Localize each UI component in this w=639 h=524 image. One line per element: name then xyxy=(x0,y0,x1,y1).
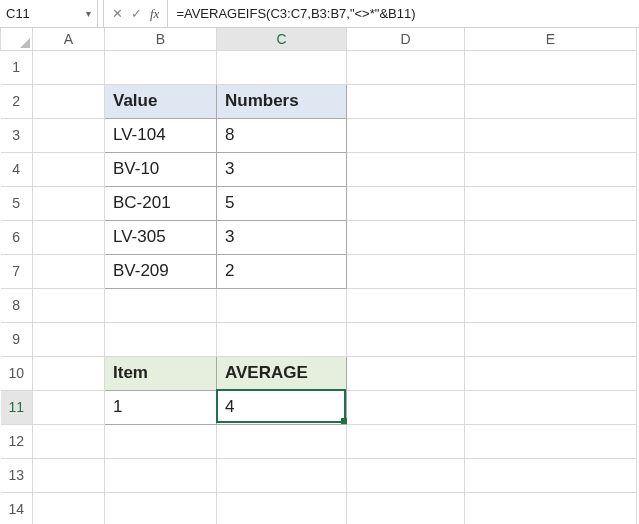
cell[interactable] xyxy=(33,288,105,322)
cell[interactable] xyxy=(465,322,637,356)
col-header-E[interactable]: E xyxy=(465,28,637,50)
cell[interactable] xyxy=(465,288,637,322)
cell[interactable] xyxy=(465,492,637,524)
cell[interactable] xyxy=(465,220,637,254)
cell[interactable] xyxy=(465,458,637,492)
column-headers: A B C D E xyxy=(1,28,637,50)
col-header-D[interactable]: D xyxy=(347,28,465,50)
table1-cell[interactable]: BC-201 xyxy=(105,186,217,220)
cell[interactable] xyxy=(347,458,465,492)
cell[interactable] xyxy=(347,322,465,356)
cell[interactable] xyxy=(105,288,217,322)
col-header-A[interactable]: A xyxy=(33,28,105,50)
row-header[interactable]: 8 xyxy=(1,288,33,322)
cell[interactable] xyxy=(33,254,105,288)
cell[interactable] xyxy=(33,152,105,186)
cell[interactable] xyxy=(33,424,105,458)
cell[interactable] xyxy=(347,424,465,458)
cell[interactable] xyxy=(33,84,105,118)
cell[interactable] xyxy=(465,152,637,186)
table1-cell[interactable]: LV-305 xyxy=(105,220,217,254)
table2-cell-item[interactable]: 1 xyxy=(105,390,217,424)
row-header[interactable]: 13 xyxy=(1,458,33,492)
row-header[interactable]: 1 xyxy=(1,50,33,84)
table1-cell[interactable]: 5 xyxy=(217,186,347,220)
cell[interactable] xyxy=(33,186,105,220)
row-header[interactable]: 5 xyxy=(1,186,33,220)
col-header-C[interactable]: C xyxy=(217,28,347,50)
cell[interactable] xyxy=(33,390,105,424)
cell[interactable] xyxy=(217,50,347,84)
cell[interactable] xyxy=(217,424,347,458)
row-header[interactable]: 12 xyxy=(1,424,33,458)
cell[interactable] xyxy=(347,118,465,152)
select-all-corner[interactable] xyxy=(1,28,33,50)
row-header[interactable]: 7 xyxy=(1,254,33,288)
cell[interactable] xyxy=(347,220,465,254)
table2-header-item[interactable]: Item xyxy=(105,356,217,390)
formula-bar: C11 ▾ ✕ ✓ fx =AVERAGEIFS(C3:C7,B3:B7,"<>… xyxy=(0,0,639,28)
cell[interactable] xyxy=(33,458,105,492)
row-header[interactable]: 4 xyxy=(1,152,33,186)
table1-cell[interactable]: 2 xyxy=(217,254,347,288)
cell[interactable] xyxy=(105,50,217,84)
cell[interactable] xyxy=(105,492,217,524)
table1-cell[interactable]: BV-209 xyxy=(105,254,217,288)
cell[interactable] xyxy=(347,152,465,186)
row-header[interactable]: 2 xyxy=(1,84,33,118)
cell[interactable] xyxy=(347,356,465,390)
cell[interactable] xyxy=(105,424,217,458)
table1-cell[interactable]: 3 xyxy=(217,220,347,254)
table1-cell[interactable]: LV-104 xyxy=(105,118,217,152)
cell[interactable] xyxy=(465,84,637,118)
cell[interactable] xyxy=(465,254,637,288)
table1-cell[interactable]: BV-10 xyxy=(105,152,217,186)
cell[interactable] xyxy=(465,356,637,390)
table1-header-value[interactable]: Value xyxy=(105,84,217,118)
cell[interactable] xyxy=(33,50,105,84)
cell[interactable] xyxy=(347,84,465,118)
cancel-icon[interactable]: ✕ xyxy=(112,6,123,21)
cell[interactable] xyxy=(465,424,637,458)
table1-header-numbers[interactable]: Numbers xyxy=(217,84,347,118)
row-header[interactable]: 11 xyxy=(1,390,33,424)
cell[interactable] xyxy=(465,118,637,152)
name-box-value: C11 xyxy=(6,6,30,21)
cell[interactable] xyxy=(33,118,105,152)
cell[interactable] xyxy=(217,322,347,356)
cell[interactable] xyxy=(347,50,465,84)
cell[interactable] xyxy=(347,390,465,424)
cell[interactable] xyxy=(465,390,637,424)
table1-cell[interactable]: 3 xyxy=(217,152,347,186)
chevron-down-icon[interactable]: ▾ xyxy=(86,8,91,19)
row-header[interactable]: 14 xyxy=(1,492,33,524)
table1-cell[interactable]: 8 xyxy=(217,118,347,152)
cell[interactable] xyxy=(347,254,465,288)
cell[interactable] xyxy=(105,322,217,356)
cell[interactable] xyxy=(33,492,105,524)
cell[interactable] xyxy=(217,458,347,492)
fx-icon[interactable]: fx xyxy=(150,6,159,22)
cell[interactable] xyxy=(105,458,217,492)
name-box[interactable]: C11 ▾ xyxy=(0,0,98,27)
table2-cell-average[interactable]: 4 xyxy=(217,390,347,424)
cell[interactable] xyxy=(33,322,105,356)
cell[interactable] xyxy=(217,492,347,524)
cell[interactable] xyxy=(33,220,105,254)
worksheet[interactable]: A B C D E 1 2 Value Numbers 3 LV-104 8 4… xyxy=(0,28,639,524)
cell[interactable] xyxy=(347,288,465,322)
cell[interactable] xyxy=(347,186,465,220)
cell[interactable] xyxy=(347,492,465,524)
cell[interactable] xyxy=(465,186,637,220)
cell[interactable] xyxy=(217,288,347,322)
formula-input[interactable]: =AVERAGEIFS(C3:C7,B3:B7,"<>*"&B11) xyxy=(168,0,639,27)
table2-header-average[interactable]: AVERAGE xyxy=(217,356,347,390)
enter-icon[interactable]: ✓ xyxy=(131,6,142,21)
row-header[interactable]: 9 xyxy=(1,322,33,356)
col-header-B[interactable]: B xyxy=(105,28,217,50)
row-header[interactable]: 10 xyxy=(1,356,33,390)
row-header[interactable]: 3 xyxy=(1,118,33,152)
cell[interactable] xyxy=(465,50,637,84)
cell[interactable] xyxy=(33,356,105,390)
row-header[interactable]: 6 xyxy=(1,220,33,254)
